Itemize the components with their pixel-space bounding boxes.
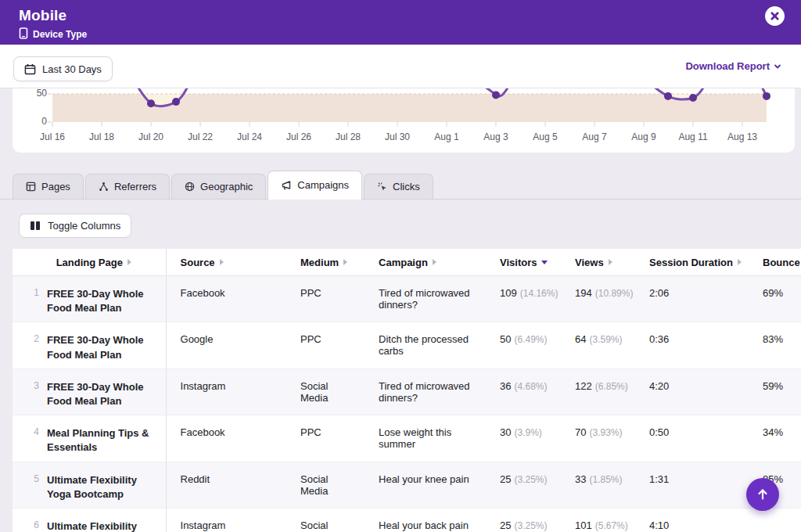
campaigns-icon	[281, 180, 292, 191]
tab-clicks-label: Clicks	[393, 181, 420, 192]
landing-page-cell: FREE 30-Day Whole Food Meal Plan	[47, 368, 166, 415]
landing-page-cell: Ultimate Flexibility Yoga Bootcamp	[47, 508, 166, 532]
col-header-source[interactable]: Source	[166, 249, 286, 276]
views-cell: 122(6.85%)	[561, 368, 635, 415]
col-header-views[interactable]: Views	[561, 249, 635, 276]
visitors-area-chart[interactable]	[13, 88, 795, 128]
x-tick-label: Jul 24	[237, 131, 262, 142]
table-row[interactable]: 3 FREE 30-Day Whole Food Meal Plan Insta…	[13, 368, 801, 415]
col-header-bounce-rate[interactable]: Bounce Rate	[749, 249, 801, 276]
x-tick-label: Jul 26	[286, 131, 311, 142]
table-row[interactable]: 2 FREE 30-Day Whole Food Meal Plan Googl…	[13, 322, 801, 368]
source-cell: Google	[166, 322, 286, 368]
x-tick-label: Aug 7	[582, 131, 606, 142]
views-cell: 33(1.85%)	[561, 462, 635, 508]
views-cell: 194(10.89%)	[561, 276, 635, 322]
data-point	[147, 99, 155, 107]
arrow-up-icon	[756, 487, 770, 501]
campaign-cell: Ditch the processed carbs	[365, 322, 486, 368]
page-subtitle: Device Type	[33, 29, 87, 40]
views-cell: 64(3.59%)	[561, 322, 635, 368]
visitors-cell: 36(4.68%)	[486, 368, 561, 415]
row-number: 5	[13, 462, 47, 508]
medium-cell: PPC	[286, 276, 365, 322]
sort-arrow-icon	[609, 259, 612, 265]
x-tick-label: Aug 5	[533, 131, 557, 142]
duration-cell: 4:20	[635, 368, 749, 415]
tab-clicks[interactable]: Clicks	[364, 174, 433, 199]
toggle-columns-button[interactable]: Toggle Columns	[19, 214, 131, 238]
medium-cell: PPC	[286, 322, 365, 368]
col-header-medium[interactable]: Medium	[286, 249, 365, 276]
landing-page-cell: FREE 30-Day Whole Food Meal Plan	[47, 276, 166, 322]
x-tick-label: Jul 30	[385, 131, 410, 142]
tab-referrers[interactable]: Referrers	[85, 174, 170, 199]
source-cell: Facebook	[166, 276, 286, 322]
visitors-cell: 25(3.25%)	[486, 462, 561, 508]
bounce-cell: 59%	[749, 368, 801, 415]
chart-card: 50 0 Jul 16 Jul 18 Jul 20 Jul 22 Jul 24 …	[13, 88, 795, 153]
data-point	[689, 94, 697, 102]
tab-bar: Pages Referrers Geographic Campaigns Cli…	[0, 170, 801, 200]
bounce-cell: 83%	[749, 322, 801, 368]
data-point	[172, 98, 180, 106]
download-report-link[interactable]: Download Report	[685, 60, 782, 72]
table-header-row: Landing Page Source Medium Campaign Visi…	[13, 249, 801, 276]
medium-cell: Social Media	[286, 368, 365, 415]
x-tick-label: Aug 3	[483, 131, 508, 142]
toolbar: Last 30 Days Download Report	[0, 45, 801, 88]
x-tick-label: Aug 13	[727, 131, 757, 142]
visitors-cell: 109(14.16%)	[486, 276, 561, 322]
col-header-landing-page[interactable]: Landing Page	[13, 249, 166, 276]
chevron-down-icon	[773, 62, 782, 71]
table-row[interactable]: 5 Ultimate Flexibility Yoga Bootcamp Red…	[13, 462, 801, 508]
sort-arrow-icon	[343, 259, 347, 265]
clicks-icon	[377, 182, 387, 192]
landing-page-cell: Meal Planning Tips & Essentials	[47, 415, 166, 462]
bounce-cell: 34%	[749, 415, 801, 462]
table-row[interactable]: 1 FREE 30-Day Whole Food Meal Plan Faceb…	[13, 276, 801, 322]
bounce-cell	[749, 508, 801, 532]
x-tick-label: Jul 28	[336, 131, 361, 142]
date-range-button[interactable]: Last 30 Days	[13, 56, 113, 81]
landing-page-cell: FREE 30-Day Whole Food Meal Plan	[47, 322, 166, 368]
source-cell: Instagram	[166, 508, 286, 532]
sort-arrow-icon	[128, 259, 131, 265]
table-row[interactable]: 6 Ultimate Flexibility Yoga Bootcamp Ins…	[13, 508, 801, 532]
col-header-campaign[interactable]: Campaign	[365, 249, 486, 276]
col-header-visitors[interactable]: Visitors	[486, 249, 561, 276]
tab-campaigns[interactable]: Campaigns	[268, 171, 362, 200]
tab-pages-label: Pages	[41, 181, 70, 192]
x-tick-label: Jul 16	[40, 131, 65, 142]
tab-geographic[interactable]: Geographic	[171, 174, 266, 199]
col-header-session-duration[interactable]: Session Duration	[635, 249, 749, 276]
page-title: Mobile	[19, 7, 782, 24]
medium-cell: Social Media	[286, 462, 365, 508]
tab-referrers-label: Referrers	[114, 181, 156, 192]
campaigns-table: Landing Page Source Medium Campaign Visi…	[13, 249, 801, 532]
duration-cell: 0:50	[635, 415, 749, 462]
pages-icon	[26, 182, 36, 192]
date-range-label: Last 30 Days	[42, 63, 102, 75]
geographic-icon	[185, 182, 195, 192]
source-cell: Instagram	[166, 368, 286, 415]
row-number: 4	[13, 415, 47, 462]
duration-cell: 2:06	[635, 276, 749, 322]
close-button[interactable]	[765, 6, 785, 26]
download-report-label: Download Report	[685, 60, 770, 72]
x-tick-label: Aug 1	[434, 131, 458, 142]
data-point	[492, 91, 500, 99]
row-number: 3	[13, 368, 47, 415]
duration-cell: 1:31	[635, 462, 749, 508]
tab-pages[interactable]: Pages	[13, 174, 84, 199]
device-phone-icon	[19, 27, 28, 41]
data-point	[664, 92, 672, 100]
sort-arrow-icon	[433, 259, 436, 265]
close-icon	[770, 11, 780, 21]
x-tick-label: Jul 20	[138, 131, 163, 142]
views-cell: 70(3.93%)	[561, 415, 635, 462]
tab-campaigns-label: Campaigns	[297, 179, 349, 191]
source-cell: Facebook	[166, 415, 286, 462]
table-row[interactable]: 4 Meal Planning Tips & Essentials Facebo…	[13, 415, 801, 462]
scroll-to-top-button[interactable]	[746, 478, 779, 511]
